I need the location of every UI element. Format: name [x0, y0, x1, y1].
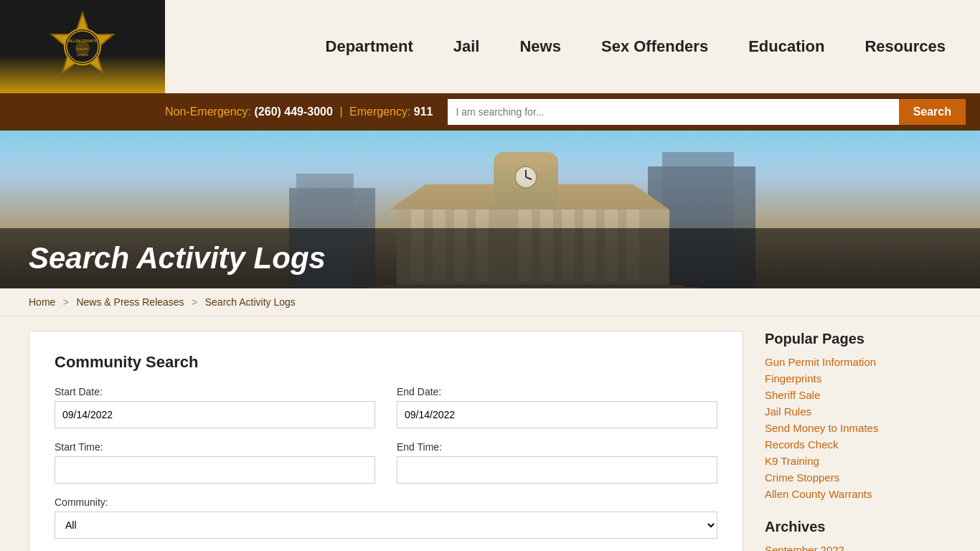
header: ALLEN COUNTY SHERIFF INDIANA Department … — [0, 0, 980, 93]
list-item: Records Check — [765, 438, 951, 451]
breadcrumb-current: Search Activity Logs — [205, 296, 296, 308]
sidebar-link-gun-permit[interactable]: Gun Permit Information — [765, 356, 876, 368]
end-date-group: End Date: — [397, 386, 717, 428]
sidebar-link-jail-rules[interactable]: Jail Rules — [765, 405, 811, 418]
sidebar-link-sheriff-sale[interactable]: Sheriff Sale — [765, 389, 820, 401]
page-title: Search Activity Logs — [29, 241, 951, 276]
non-emergency-label: Non-Emergency: — [165, 105, 251, 118]
list-item: Send Money to Inmates — [765, 422, 951, 435]
nav-link-sex-offenders[interactable]: Sex Offenders — [581, 0, 728, 93]
list-item: Gun Permit Information — [765, 356, 951, 369]
search-bar: Non-Emergency: (260) 449-3000 | Emergenc… — [0, 93, 980, 131]
form-title: Community Search — [55, 353, 717, 372]
end-date-label: End Date: — [397, 386, 717, 397]
form-container: Community Search Start Date: End Date: S… — [29, 331, 743, 551]
sidebar-link-fingerprints[interactable]: Fingerprints — [765, 372, 821, 385]
sidebar-link-records-check[interactable]: Records Check — [765, 438, 839, 451]
popular-pages-section: Popular Pages Gun Permit Information Fin… — [765, 331, 951, 501]
non-emergency-number: (260) 449-3000 — [255, 105, 333, 118]
start-time-input[interactable] — [55, 456, 375, 484]
breadcrumb-sep-2: > — [192, 296, 197, 308]
archives-section: Archives September 2022 — [765, 519, 951, 551]
emergency-label: Emergency: — [349, 105, 410, 118]
archives-links-list: September 2022 — [765, 544, 951, 551]
emergency-number: 911 — [414, 105, 433, 118]
list-item: Allen County Warrants — [765, 488, 951, 501]
list-item: Fingerprints — [765, 372, 951, 385]
start-date-group: Start Date: — [55, 386, 375, 428]
sidebar-link-k9-training[interactable]: K9 Training — [765, 455, 819, 467]
community-label: Community: — [55, 496, 717, 508]
breadcrumb: Home > News & Press Releases > Search Ac… — [0, 288, 980, 316]
main-content: Community Search Start Date: End Date: S… — [0, 316, 980, 551]
start-date-input[interactable] — [55, 401, 375, 428]
popular-links-list: Gun Permit Information Fingerprints Sher… — [765, 356, 951, 501]
sidebar-link-sep-2022[interactable]: September 2022 — [765, 544, 844, 551]
search-button[interactable]: Search — [899, 99, 966, 125]
search-input-area: Search — [448, 99, 966, 125]
list-item: Jail Rules — [765, 405, 951, 418]
nav-item-news[interactable]: News — [499, 0, 580, 93]
end-date-input[interactable] — [397, 401, 717, 428]
start-date-label: Start Date: — [55, 386, 375, 397]
contact-info: Non-Emergency: (260) 449-3000 | Emergenc… — [165, 105, 433, 118]
breadcrumb-home[interactable]: Home — [29, 296, 55, 308]
nav-item-jail[interactable]: Jail — [433, 0, 500, 93]
list-item: Crime Stoppers — [765, 471, 951, 484]
start-time-group: Start Time: — [55, 441, 375, 484]
sidebar-link-crime-stoppers[interactable]: Crime Stoppers — [765, 471, 839, 484]
nav-link-resources[interactable]: Resources — [844, 0, 966, 93]
start-time-label: Start Time: — [55, 441, 375, 453]
hero-image: Search Activity Logs — [0, 131, 980, 288]
nav-item-education[interactable]: Education — [728, 0, 844, 93]
nav-link-jail[interactable]: Jail — [433, 0, 500, 93]
sheriff-badge-icon: ALLEN COUNTY SHERIFF INDIANA — [45, 9, 121, 85]
sidebar: Popular Pages Gun Permit Information Fin… — [765, 331, 951, 551]
community-select[interactable]: All — [55, 512, 717, 539]
nav-item-resources[interactable]: Resources — [844, 0, 966, 93]
nav-link-news[interactable]: News — [499, 0, 580, 93]
list-item: Sheriff Sale — [765, 389, 951, 402]
page-title-overlay: Search Activity Logs — [0, 228, 980, 288]
breadcrumb-sep-1: > — [63, 296, 69, 308]
search-input[interactable] — [448, 99, 899, 125]
nav-item-sex-offenders[interactable]: Sex Offenders — [581, 0, 728, 93]
list-item: September 2022 — [765, 544, 951, 551]
sidebar-link-allen-warrants[interactable]: Allen County Warrants — [765, 488, 872, 500]
separator: | — [339, 105, 342, 118]
date-row: Start Date: End Date: — [55, 386, 717, 428]
time-row: Start Time: End Time: — [55, 441, 717, 484]
nav-menu: Department Jail News Sex Offenders Educa… — [306, 0, 966, 93]
logo-area: ALLEN COUNTY SHERIFF INDIANA — [0, 0, 165, 93]
svg-text:INDIANA: INDIANA — [76, 53, 88, 57]
end-time-label: End Time: — [397, 441, 717, 453]
end-time-group: End Time: — [397, 441, 717, 484]
nav-area: Department Jail News Sex Offenders Educa… — [165, 0, 980, 93]
archives-title: Archives — [765, 519, 951, 535]
svg-text:SHERIFF: SHERIFF — [76, 47, 89, 51]
popular-pages-title: Popular Pages — [765, 331, 951, 347]
nav-link-department[interactable]: Department — [306, 0, 433, 93]
community-row: Community: All — [55, 496, 717, 539]
end-time-input[interactable] — [397, 456, 717, 484]
list-item: K9 Training — [765, 455, 951, 468]
sidebar-link-send-money[interactable]: Send Money to Inmates — [765, 422, 878, 434]
breadcrumb-section[interactable]: News & Press Releases — [76, 296, 184, 308]
nav-link-education[interactable]: Education — [728, 0, 844, 93]
nav-item-department[interactable]: Department — [306, 0, 433, 93]
